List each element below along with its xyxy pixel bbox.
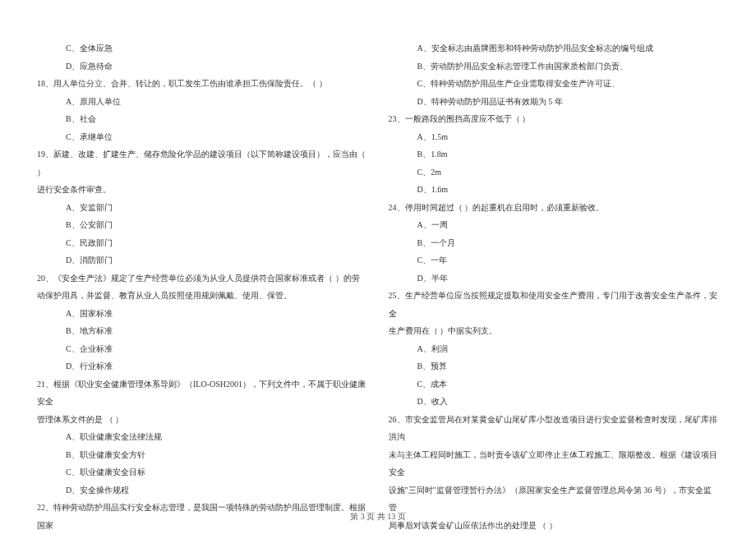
q23-option-c: C、2m	[417, 163, 720, 182]
q20-option-b: B、地方标准	[66, 322, 368, 340]
q19-option-d: D、消防部门	[66, 251, 368, 269]
q18-option-b: B、社会	[66, 110, 368, 128]
q21-option-d: D、安全操作规程	[66, 481, 368, 499]
q19-cont: 进行安全条件审查。	[37, 181, 368, 199]
q22-option-b: B、劳动防护用品安全标志管理工作由国家质检部门负责、	[417, 58, 720, 76]
q25: 25、生产经营单位应当按照规定提取和使用安全生产费用，专门用于改善安全生产条件，…	[389, 287, 720, 322]
q20-option-c: C、企业标准	[66, 340, 368, 358]
q21-option-a: A、职业健康安全法律法规	[66, 428, 368, 446]
q20-cont: 动保护用具，并监督、教育从业人员按照使用规则佩戴、使用、保管。	[37, 287, 368, 305]
q22-option-a: A、安全标志由盾牌图形和特种劳动防护用品安全标志的编号组成	[417, 39, 720, 58]
q21: 21、根据《职业安全健康管理体系导则》（ILO-OSH2001），下列文件中，不…	[37, 375, 368, 411]
q20: 20、《安全生产法》规定了生产经营单位必须为从业人员提供符合国家标准或者（ ）的…	[37, 269, 368, 288]
q24-option-c: C、一年	[417, 251, 720, 269]
q18-option-c: C、承继单位	[66, 128, 368, 146]
left-column: C、全体应急 D、应急待命 18、用人单位分立、合并、转让的，职工发生工伤由谁承…	[37, 39, 368, 534]
q25-option-a: A、利润	[417, 340, 720, 358]
q23-option-d: D、1.6m	[417, 181, 720, 199]
q22-option-d: D、特种劳动防护用品证书有效期为 5 年	[417, 93, 720, 111]
q18-option-a: A、原用人单位	[66, 93, 368, 111]
right-column: A、安全标志由盾牌图形和特种劳动防护用品安全标志的编号组成 B、劳动防护用品安全…	[389, 39, 720, 534]
q25-cont: 生产费用在（ ）中据实列支。	[389, 322, 720, 340]
q20-option-a: A、国家标准	[66, 305, 368, 323]
q21-cont: 管理体系文件的是 （ ）	[37, 411, 368, 429]
q24-option-b: B、一个月	[417, 234, 720, 252]
q26-cont1: 未与主体工程同时施工，当时责令该矿立即停止主体工程施工、限期整改。根据《建设项目…	[389, 446, 720, 481]
q19-option-c: C、民政部门	[66, 234, 368, 252]
q17-option-c: C、全体应急	[66, 39, 368, 58]
q23: 23、一般路段的围挡高度应不低于（ ）	[389, 110, 720, 128]
page-container: C、全体应急 D、应急待命 18、用人单位分立、合并、转让的，职工发生工伤由谁承…	[0, 0, 756, 534]
q23-option-a: A、1.5m	[417, 128, 720, 146]
q25-option-c: C、成本	[417, 375, 720, 394]
q19-option-b: B、公安部门	[66, 216, 368, 234]
q18: 18、用人单位分立、合并、转让的，职工发生工伤由谁承担工伤保险责任。（ ）	[37, 75, 368, 93]
q24-option-a: A、一周	[417, 216, 720, 234]
q21-option-c: C、职业健康安全目标	[66, 463, 368, 481]
q25-option-d: D、收入	[417, 393, 720, 411]
q24: 24、停用时间超过（ ）的起重机在启用时，必须重新验收。	[389, 199, 720, 217]
q22-option-c: C、特种劳动防护用品生产企业需取得安全生产许可证、	[417, 75, 720, 93]
q19: 19、新建、改建、扩建生产、储存危险化学品的建设项目（以下简称建设项目），应当由…	[37, 145, 368, 181]
page-footer: 第 3 页 共 13 页	[0, 511, 756, 522]
q19-option-a: A、安监部门	[66, 199, 368, 217]
q17-option-d: D、应急待命	[66, 58, 368, 76]
q23-option-b: B、1.8m	[417, 145, 720, 163]
q26: 26、市安全监管局在对某黄金矿山尾矿库小型改造项目进行安全监督检查时发现，尾矿库…	[389, 411, 720, 446]
q20-option-d: D、行业标准	[66, 357, 368, 375]
q24-option-d: D、半年	[417, 269, 720, 288]
q21-option-b: B、职业健康安全方针	[66, 446, 368, 464]
q25-option-b: B、预算	[417, 357, 720, 375]
